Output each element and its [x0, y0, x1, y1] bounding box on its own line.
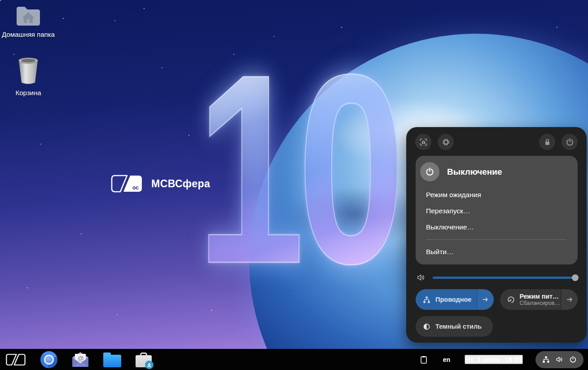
- settings-gear-icon: [441, 137, 451, 147]
- keyboard-layout-indicator[interactable]: en: [443, 356, 450, 363]
- taskbar-app-mail[interactable]: @: [71, 351, 90, 368]
- desktop-wallpaper: 10 ос МСВСфера Домашняя папка К: [0, 0, 588, 349]
- power-button[interactable]: [562, 134, 578, 150]
- clock-button[interactable]: Чт, 3 июля 16:03: [465, 355, 523, 364]
- power-mode-toggle[interactable]: Режим пит… Сбалансиров…: [500, 289, 578, 310]
- taskbar-tray-area: en Чт, 3 июля 16:03: [419, 351, 588, 368]
- settings-button[interactable]: [438, 134, 454, 150]
- menu-item-suspend[interactable]: Режим ожидания: [426, 190, 481, 200]
- arrow-right-icon: [566, 295, 574, 304]
- power-mode-toggle-main[interactable]: Режим пит… Сбалансиров…: [500, 289, 561, 310]
- power-menu: Выключение Режим ожидания Перезапуск… Вы…: [416, 156, 578, 264]
- msvsphere-menu-icon: [4, 352, 27, 368]
- quick-settings-toprow: [415, 134, 578, 150]
- wired-network-icon: [422, 295, 431, 304]
- logo-name: МСВСфера: [151, 178, 210, 190]
- power-mode-title: Режим пит…: [520, 293, 557, 300]
- home-folder-icon: [15, 4, 42, 28]
- network-toggle-main[interactable]: Проводное: [416, 289, 477, 310]
- speaker-icon: [555, 355, 564, 364]
- speedometer-icon: [507, 295, 515, 304]
- desktop-icon-home[interactable]: Домашняя папка: [0, 4, 57, 38]
- mail-icon: @: [71, 351, 90, 368]
- dark-style-toggle[interactable]: Темный стиль: [416, 316, 493, 337]
- power-menu-header-circle: [420, 162, 439, 181]
- toggles-row: Проводное Режим пит… С: [416, 289, 578, 310]
- chromium-browser-icon: [40, 351, 57, 368]
- screenshot-button[interactable]: [415, 134, 431, 150]
- power-menu-title: Выключение: [447, 167, 502, 177]
- clipboard-button[interactable]: [419, 355, 429, 365]
- volume-row: [416, 272, 578, 283]
- volume-slider-fill: [433, 277, 578, 279]
- lock-icon: [543, 137, 552, 147]
- taskbar-app-menu[interactable]: [4, 352, 27, 368]
- power-icon: [569, 355, 577, 364]
- menu-item-restart[interactable]: Перезапуск…: [426, 206, 470, 216]
- lock-button[interactable]: [539, 134, 555, 150]
- desktop-icon-label: Домашняя папка: [2, 31, 55, 38]
- quick-settings-panel: Выключение Режим ожидания Перезапуск… Вы…: [406, 127, 587, 343]
- network-toggle-label: Проводное: [435, 296, 471, 303]
- mail-at-glyph: @: [78, 355, 84, 362]
- file-manager-icon: [103, 355, 121, 367]
- screenshot-icon: [419, 137, 428, 147]
- system-tray-button[interactable]: [535, 351, 584, 368]
- taskbar-apps: @: [0, 351, 153, 368]
- speaker-icon: [416, 273, 426, 282]
- taskbar-app-software[interactable]: [135, 351, 153, 368]
- msvsphere-logo-icon: ос: [110, 173, 145, 194]
- network-toggle[interactable]: Проводное: [416, 289, 494, 310]
- clock-time: 16:03: [505, 356, 522, 363]
- power-mode-settings-arrow[interactable]: [561, 289, 578, 310]
- trash-icon: [17, 57, 40, 86]
- menu-item-logout[interactable]: Выйти…: [426, 247, 453, 257]
- dark-style-toggle-main[interactable]: Темный стиль: [416, 316, 493, 337]
- clipboard-icon: [419, 355, 429, 365]
- msvsphere-logo: ос МСВСфера: [110, 173, 210, 194]
- taskbar-app-browser[interactable]: [40, 351, 57, 368]
- clock-date: Чт, 3 июля: [465, 356, 500, 363]
- wired-network-icon: [542, 355, 550, 364]
- power-menu-header: Выключение: [420, 162, 502, 181]
- desktop-icon-trash[interactable]: Корзина: [0, 57, 57, 97]
- menu-divider: [426, 239, 566, 240]
- taskbar: @ en: [0, 349, 588, 370]
- desktop-icon-label: Корзина: [15, 89, 41, 97]
- arrow-right-icon: [481, 295, 489, 304]
- logo-badge: ос: [132, 185, 139, 191]
- download-badge-icon: [145, 361, 154, 369]
- network-settings-arrow[interactable]: [477, 289, 494, 310]
- contrast-icon: [422, 322, 431, 331]
- taskbar-app-files[interactable]: [103, 352, 121, 367]
- dark-style-label: Темный стиль: [435, 323, 482, 330]
- power-icon: [425, 167, 435, 177]
- volume-slider-handle[interactable]: [572, 274, 579, 281]
- volume-slider[interactable]: [433, 274, 578, 281]
- power-mode-subtitle: Сбалансиров…: [520, 300, 557, 307]
- software-center-icon: [135, 351, 153, 368]
- wallpaper-number: 10: [197, 34, 398, 304]
- menu-item-poweroff[interactable]: Выключение…: [426, 222, 474, 232]
- power-mode-texts: Режим пит… Сбалансиров…: [520, 293, 557, 307]
- power-icon: [565, 137, 575, 147]
- toggles-row-2: Темный стиль: [416, 316, 578, 337]
